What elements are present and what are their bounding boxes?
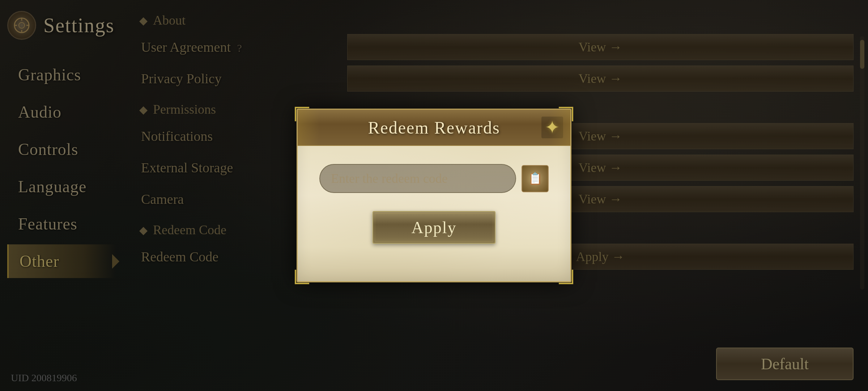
corner-br-decoration bbox=[559, 270, 573, 284]
redeem-modal: Redeem Rewards ✦ 📋 Apply bbox=[297, 109, 571, 282]
corner-tr-decoration bbox=[559, 107, 573, 121]
corner-tl-decoration bbox=[295, 107, 309, 121]
paste-icon: 📋 bbox=[528, 172, 542, 185]
modal-body: 📋 Apply bbox=[298, 146, 570, 262]
close-star-icon: ✦ bbox=[545, 117, 560, 138]
modal-header: Redeem Rewards ✦ bbox=[298, 110, 570, 146]
apply-button[interactable]: Apply bbox=[373, 211, 495, 244]
redeem-input-row: 📋 bbox=[319, 164, 549, 193]
modal-title: Redeem Rewards bbox=[368, 118, 500, 138]
modal-overlay[interactable]: Redeem Rewards ✦ 📋 Apply bbox=[0, 0, 868, 391]
corner-bl-decoration bbox=[295, 270, 309, 284]
modal-inner: Redeem Rewards ✦ 📋 Apply bbox=[297, 109, 571, 282]
paste-button[interactable]: 📋 bbox=[522, 165, 549, 192]
redeem-code-input[interactable] bbox=[319, 164, 516, 193]
